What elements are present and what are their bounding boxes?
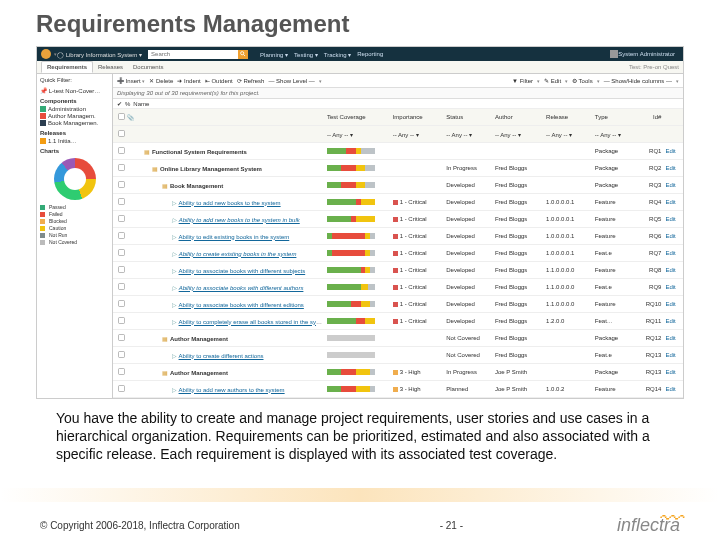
row-edit[interactable]: Edit xyxy=(663,245,683,262)
req-link[interactable]: Ability to add new books to the system i… xyxy=(179,217,300,223)
app-screenshot: ▾ ◯ Library Information System ▾ Plannin… xyxy=(36,46,684,399)
req-link[interactable]: Ability to add new authors to the system xyxy=(179,387,285,393)
col-name xyxy=(142,109,325,126)
row-edit[interactable]: Edit xyxy=(663,381,683,398)
row-check[interactable] xyxy=(118,300,125,307)
copyright: © Copyright 2006-2018, Inflectra Corpora… xyxy=(40,520,240,531)
req-link[interactable]: Ability to add new books to the system xyxy=(179,200,281,206)
row-edit[interactable]: Edit xyxy=(663,279,683,296)
row-check[interactable] xyxy=(118,164,125,171)
col-coverage[interactable]: Test Coverage xyxy=(325,109,391,126)
search-button[interactable] xyxy=(238,50,248,59)
tab-releases[interactable]: Releases xyxy=(93,62,128,72)
menu-reporting[interactable]: Reporting xyxy=(357,51,383,58)
row-edit[interactable]: Edit xyxy=(663,364,683,381)
columns-select[interactable]: — Show/Hide columns — xyxy=(604,78,672,84)
row-importance xyxy=(391,330,445,347)
row-attach xyxy=(125,364,142,381)
row-edit[interactable]: Edit xyxy=(663,160,683,177)
col-id[interactable]: Id# xyxy=(634,109,663,126)
pinned-filter[interactable]: 📌 L-test Non-Cover… xyxy=(40,87,109,94)
row-edit[interactable]: Edit xyxy=(663,211,683,228)
col-attach: 📎 xyxy=(125,109,142,126)
indent-button[interactable]: ➜ Indent xyxy=(177,77,200,84)
insert-button[interactable]: ➕ Insert ▾ xyxy=(117,77,145,84)
menu-tracking[interactable]: Tracking ▾ xyxy=(324,51,351,58)
tools-button[interactable]: ⚙ Tools xyxy=(572,77,593,84)
slide-title: Requirements Management xyxy=(0,0,720,46)
row-id: RQ2 xyxy=(634,160,663,177)
search-input[interactable] xyxy=(148,50,238,59)
filter-imp[interactable]: -- Any -- xyxy=(393,132,414,138)
req-link[interactable]: Ability to associate books with differen… xyxy=(179,302,304,308)
delete-button[interactable]: ✕ Delete xyxy=(149,77,173,84)
req-link[interactable]: Ability to create different actions xyxy=(179,353,264,359)
col-status[interactable]: Status xyxy=(444,109,493,126)
col-importance[interactable]: Importance xyxy=(391,109,445,126)
tab-requirements[interactable]: Requirements xyxy=(41,61,93,73)
user-label[interactable]: System Administrator xyxy=(618,51,675,57)
sidebar-item-author[interactable]: Author Managem. xyxy=(40,113,109,119)
row-check[interactable] xyxy=(118,147,125,154)
sidebar-item-book[interactable]: Book Managemen. xyxy=(40,120,109,126)
filter-type[interactable]: -- Any -- xyxy=(595,132,616,138)
sidebar-item-admin[interactable]: Administration xyxy=(40,106,109,112)
col-type[interactable]: Type xyxy=(593,109,634,126)
col-release[interactable]: Release xyxy=(544,109,593,126)
row-edit[interactable]: Edit xyxy=(663,330,683,347)
legend-item: Not Run xyxy=(40,232,109,238)
row-check[interactable] xyxy=(118,249,125,256)
filter-button[interactable]: ▼ Filter xyxy=(512,78,533,84)
row-check[interactable] xyxy=(118,215,125,222)
row-type: Feat.e xyxy=(593,347,634,364)
req-link[interactable]: Ability to completely erase all books st… xyxy=(179,319,325,325)
filter-check[interactable] xyxy=(118,130,125,137)
col-author[interactable]: Author xyxy=(493,109,544,126)
menu-testing[interactable]: Testing ▾ xyxy=(294,51,318,58)
row-edit[interactable]: Edit xyxy=(663,194,683,211)
row-author: Fred Bloggs xyxy=(493,245,544,262)
showlevel-select[interactable]: — Show Level — xyxy=(268,78,314,84)
legend-item: Failed xyxy=(40,211,109,217)
row-check[interactable] xyxy=(118,368,125,375)
row-edit[interactable]: Edit xyxy=(663,313,683,330)
row-edit[interactable]: Edit xyxy=(663,296,683,313)
req-link[interactable]: Ability to edit existing books in the sy… xyxy=(179,234,290,240)
row-check[interactable] xyxy=(118,334,125,341)
req-link[interactable]: Ability to create existing books in the … xyxy=(179,251,297,257)
sidebar-item-release[interactable]: 1.1 Initia… xyxy=(40,138,109,144)
row-check[interactable] xyxy=(118,198,125,205)
row-check[interactable] xyxy=(118,266,125,273)
row-check[interactable] xyxy=(118,232,125,239)
project-selector[interactable]: ◯ Library Information System ▾ xyxy=(57,51,142,58)
row-edit[interactable]: Edit xyxy=(663,347,683,364)
row-status: Developed xyxy=(444,313,493,330)
tab-documents[interactable]: Documents xyxy=(128,62,168,72)
row-edit[interactable]: Edit xyxy=(663,228,683,245)
row-check[interactable] xyxy=(118,351,125,358)
row-check[interactable] xyxy=(118,283,125,290)
avatar-icon[interactable] xyxy=(610,50,618,58)
menu-planning[interactable]: Planning ▾ xyxy=(260,51,288,58)
outdent-button[interactable]: ⇤ Outdent xyxy=(205,77,233,84)
row-check[interactable] xyxy=(118,317,125,324)
filter-cov[interactable]: -- Any -- xyxy=(327,132,348,138)
row-check[interactable] xyxy=(118,181,125,188)
edit-button[interactable]: ✎ Edit xyxy=(544,77,561,84)
row-attach xyxy=(125,211,142,228)
filter-auth[interactable]: -- Any -- xyxy=(495,132,516,138)
req-link[interactable]: Ability to associate books with differen… xyxy=(179,268,306,274)
row-check[interactable] xyxy=(118,385,125,392)
row-attach xyxy=(125,177,142,194)
row-edit[interactable]: Edit xyxy=(663,262,683,279)
row-edit[interactable]: Edit xyxy=(663,143,683,160)
col-check[interactable] xyxy=(113,109,125,126)
toolbar: ➕ Insert ▾ ✕ Delete ➜ Indent ⇤ Outdent ⟳… xyxy=(113,74,683,88)
app-logo-icon[interactable] xyxy=(41,49,51,59)
req-link[interactable]: Ability to associate books with differen… xyxy=(179,285,304,291)
check-icon[interactable]: ✔ xyxy=(117,100,122,107)
filter-stat[interactable]: -- Any -- xyxy=(446,132,467,138)
row-edit[interactable]: Edit xyxy=(663,177,683,194)
refresh-button[interactable]: ⟳ Refresh xyxy=(237,77,265,84)
filter-rel[interactable]: -- Any -- xyxy=(546,132,567,138)
